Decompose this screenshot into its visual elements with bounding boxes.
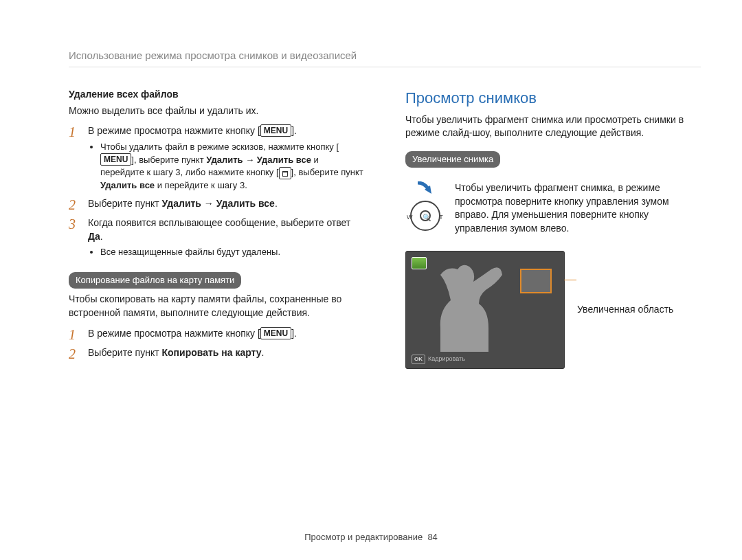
delete-all-intro: Можно выделить все файлы и удалить их. bbox=[69, 104, 364, 118]
section-intro: Чтобы увеличить фрагмент снимка или прос… bbox=[405, 113, 701, 140]
text: ]. bbox=[291, 328, 297, 339]
section-title: Просмотр снимков bbox=[405, 88, 701, 109]
ok-icon: OK bbox=[412, 355, 425, 363]
page-breadcrumb: Использование режима просмотра снимков и… bbox=[69, 48, 701, 67]
text-bold: Удалить → Удалить все bbox=[206, 155, 311, 165]
crop-label: Кадрировать bbox=[428, 355, 465, 362]
text: и перейдите к шагу 3. bbox=[155, 180, 247, 190]
trash-icon bbox=[279, 167, 291, 179]
bullet: Все незащищенные файлы будут удалены. bbox=[100, 246, 364, 258]
step-body: Выберите пункт Копировать на карту. bbox=[88, 346, 364, 361]
text: . bbox=[275, 198, 278, 209]
left-column: Удаление всех файлов Можно выделить все … bbox=[69, 88, 364, 369]
screen-footer: OKКадрировать bbox=[412, 355, 465, 363]
text: Когда появится всплывающее сообщение, вы… bbox=[88, 217, 350, 228]
page-footer: Просмотр и редактирование 84 bbox=[0, 531, 742, 544]
bullet: Чтобы удалить файл в режиме эскизов, наж… bbox=[100, 141, 364, 192]
text: ], выберите пункт bbox=[131, 155, 206, 165]
zoom-text: Чтобы увеличить фрагмент снимка, в режим… bbox=[455, 181, 701, 235]
text: В режиме просмотра нажмите кнопку [ bbox=[88, 328, 260, 339]
text: Чтобы удалить файл в режиме эскизов, наж… bbox=[100, 142, 339, 152]
camera-screen-preview: OKКадрировать bbox=[405, 251, 565, 369]
menu-icon: MENU bbox=[260, 124, 291, 137]
step-number: 1 bbox=[69, 124, 80, 193]
text: Выберите пункт bbox=[88, 347, 161, 358]
text: ], выберите пункт bbox=[291, 167, 363, 177]
zoom-pill: Увеличение снимка bbox=[405, 151, 500, 168]
menu-icon: MENU bbox=[100, 153, 131, 166]
text: . bbox=[262, 347, 265, 358]
text: ]. bbox=[291, 125, 297, 136]
arrow-down-right-icon bbox=[415, 181, 436, 195]
step-number: 2 bbox=[69, 346, 80, 361]
footer-page-number: 84 bbox=[427, 532, 437, 542]
dial-icon bbox=[410, 201, 440, 231]
step-number: 2 bbox=[69, 197, 80, 212]
text: В режиме просмотра нажмите кнопку [ bbox=[88, 125, 260, 136]
text-bold: Удалить все bbox=[100, 180, 155, 190]
copy-files-pill: Копирование файлов на карту памяти bbox=[69, 272, 241, 289]
text: Выберите пункт bbox=[88, 198, 161, 209]
person-silhouette-icon bbox=[420, 262, 516, 352]
step-body: В режиме просмотра нажмите кнопку [MENU]… bbox=[88, 327, 364, 342]
delete-all-heading: Удаление всех файлов bbox=[69, 88, 364, 102]
step-body: Выберите пункт Удалить → Удалить все. bbox=[88, 197, 364, 212]
right-column: Просмотр снимков Чтобы увеличить фрагмен… bbox=[405, 88, 701, 369]
text-bold: Копировать на карту bbox=[161, 347, 261, 358]
copy-intro: Чтобы скопировать на карту памяти файлы,… bbox=[69, 293, 364, 320]
zoom-rectangle bbox=[520, 269, 552, 293]
step-number: 1 bbox=[69, 327, 80, 342]
enlarged-area-label: Увеличенная область bbox=[577, 303, 673, 317]
step-body: Когда появится всплывающее сообщение, вы… bbox=[88, 216, 364, 260]
footer-section: Просмотр и редактирование bbox=[304, 532, 423, 542]
menu-icon: MENU bbox=[260, 327, 291, 339]
zoom-dial-illustration: W 🔍 T bbox=[405, 181, 445, 235]
text-bold: Да bbox=[88, 231, 100, 242]
text: . bbox=[100, 231, 103, 242]
step-body: В режиме просмотра нажмите кнопку [MENU]… bbox=[88, 124, 364, 193]
leader-line bbox=[564, 280, 576, 280]
text-bold: Удалить → Удалить все bbox=[161, 198, 274, 209]
step-number: 3 bbox=[69, 216, 80, 260]
